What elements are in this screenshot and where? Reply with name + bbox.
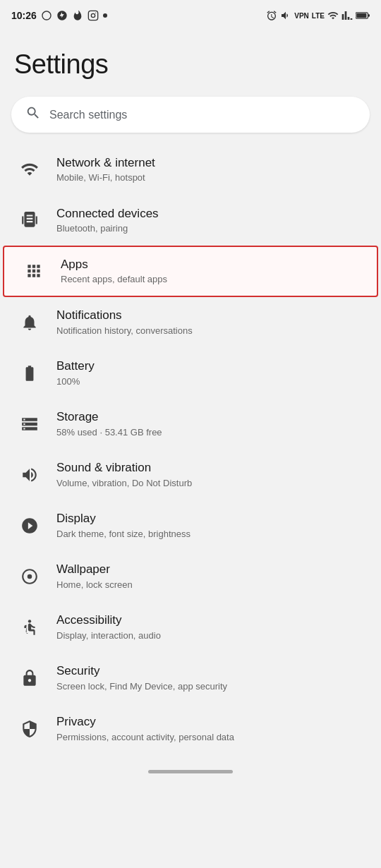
accessibility-text: Accessibility Display, interaction, audi… [56,613,367,641]
notification-dot [103,13,107,18]
battery-text: Battery 100% [56,358,367,387]
storage-icon [14,415,45,433]
status-right-icons: VPN LTE [266,10,370,21]
connected-devices-title: Connected devices [56,206,367,222]
battery-icon [14,364,45,382]
wifi-icon [14,160,45,179]
sound-text: Sound & vibration Volume, vibration, Do … [56,460,367,489]
storage-title: Storage [56,409,367,425]
page-header: Settings [0,28,381,91]
status-time: 10:26 [11,10,37,21]
svg-rect-4 [356,13,366,18]
storage-subtitle: 58% used · 53.41 GB free [56,427,367,439]
alarm-icon [266,10,277,21]
battery-subtitle: 100% [56,376,367,388]
volume-icon [280,10,291,21]
svg-point-1 [91,13,95,17]
wallpaper-text: Wallpaper Home, lock screen [56,562,367,591]
accessibility-title: Accessibility [56,613,367,628]
apps-subtitle: Recent apps, default apps [61,274,363,286]
network-text: Network & internet Mobile, Wi-Fi, hotspo… [56,155,367,184]
svg-point-7 [28,620,31,622]
network-subtitle: Mobile, Wi-Fi, hotspot [56,172,367,184]
sound-icon [14,466,45,484]
wallpaper-title: Wallpaper [56,562,367,577]
search-placeholder-text: Search settings [49,109,127,121]
network-title: Network & internet [56,155,367,171]
status-bar: 10:26 VPN LTE [0,0,381,28]
search-bar[interactable]: Search settings [11,97,370,133]
apps-icon [18,262,49,280]
signal-icon [327,10,339,21]
settings-item-notifications[interactable]: Notifications Notification history, conv… [0,297,381,348]
security-icon [14,669,45,687]
storage-text: Storage 58% used · 53.41 GB free [56,409,367,438]
display-subtitle: Dark theme, font size, brightness [56,529,367,541]
bottom-nav-bar [148,770,233,773]
connected-devices-subtitle: Bluetooth, pairing [56,223,367,235]
settings-item-security[interactable]: Security Screen lock, Find My Device, ap… [0,653,381,704]
privacy-icon [14,720,45,738]
search-container[interactable]: Search settings [0,91,381,144]
svg-point-2 [95,13,96,13]
settings-item-accessibility[interactable]: Accessibility Display, interaction, audi… [0,602,381,653]
page-title: Settings [14,49,367,80]
settings-item-sound[interactable]: Sound & vibration Volume, vibration, Do … [0,450,381,500]
apps-text: Apps Recent apps, default apps [61,257,363,286]
vpn-label: VPN [294,12,309,20]
settings-item-network[interactable]: Network & internet Mobile, Wi-Fi, hotspo… [0,144,381,195]
settings-item-display[interactable]: Display Dark theme, font size, brightnes… [0,500,381,551]
privacy-text: Privacy Permissions, account activity, p… [56,714,367,743]
instagram-icon [87,10,99,21]
lte-label: LTE [312,12,325,20]
apps-title: Apps [61,257,363,272]
notifications-subtitle: Notification history, conversations [56,325,367,337]
svg-point-6 [28,574,32,579]
wallpaper-subtitle: Home, lock screen [56,579,367,591]
privacy-title: Privacy [56,714,367,730]
settings-item-battery[interactable]: Battery 100% [0,348,381,399]
snapchat-icon [41,10,52,21]
svg-rect-5 [368,14,370,16]
accessibility-icon [14,618,45,637]
notifications-text: Notifications Notification history, conv… [56,308,367,337]
settings-item-connected-devices[interactable]: Connected devices Bluetooth, pairing [0,195,381,246]
notifications-title: Notifications [56,308,367,323]
security-title: Security [56,663,367,679]
bell-icon [14,313,45,332]
fire-icon [72,10,83,21]
connected-devices-text: Connected devices Bluetooth, pairing [56,206,367,235]
sound-subtitle: Volume, vibration, Do Not Disturb [56,478,367,490]
status-time-and-icons: 10:26 [11,10,107,21]
display-title: Display [56,511,367,526]
signal-bars-icon [341,10,353,21]
battery-title: Battery [56,358,367,374]
snapchat2-icon [56,10,68,21]
settings-item-storage[interactable]: Storage 58% used · 53.41 GB free [0,399,381,450]
settings-item-wallpaper[interactable]: Wallpaper Home, lock screen [0,551,381,602]
settings-item-privacy[interactable]: Privacy Permissions, account activity, p… [0,704,381,754]
security-text: Security Screen lock, Find My Device, ap… [56,663,367,692]
search-icon [25,105,41,124]
sound-title: Sound & vibration [56,460,367,476]
connected-devices-icon [14,211,45,229]
display-icon [14,517,45,535]
wallpaper-icon [14,567,45,586]
settings-item-apps[interactable]: Apps Recent apps, default apps [3,246,378,297]
battery-status-icon [356,11,370,20]
display-text: Display Dark theme, font size, brightnes… [56,511,367,540]
privacy-subtitle: Permissions, account activity, personal … [56,732,367,744]
settings-list: Network & internet Mobile, Wi-Fi, hotspo… [0,144,381,754]
security-subtitle: Screen lock, Find My Device, app securit… [56,681,367,693]
accessibility-subtitle: Display, interaction, audio [56,630,367,642]
svg-rect-0 [88,11,97,20]
